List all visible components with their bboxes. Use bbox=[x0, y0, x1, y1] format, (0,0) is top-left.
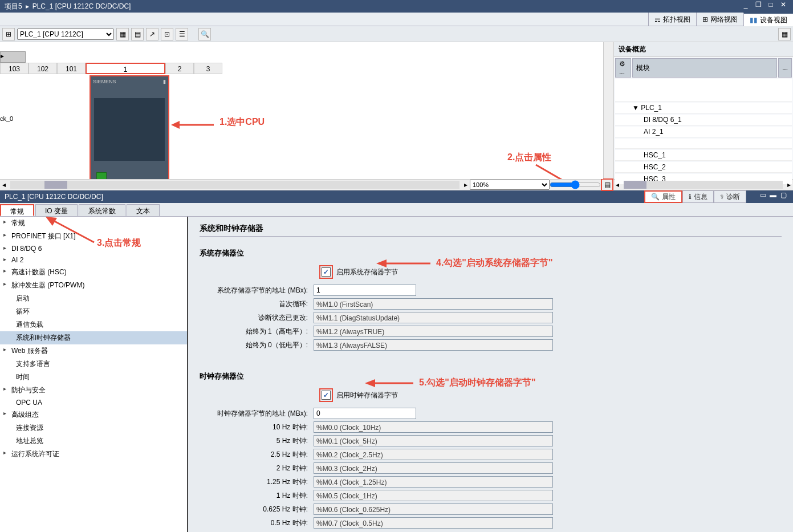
chevron-right-icon: ▸ bbox=[26, 0, 29, 13]
slot-101[interactable]: 101 bbox=[57, 63, 86, 74]
hz05-label: 0.5 Hz 时钟: bbox=[200, 518, 314, 528]
nav-comm[interactable]: 通信负载 bbox=[0, 318, 187, 331]
nav-connres[interactable]: 连接资源 bbox=[0, 421, 187, 434]
scroll-right-icon[interactable]: ▸ bbox=[462, 181, 470, 189]
rack-label: ck_0 bbox=[0, 115, 13, 122]
clk-enable-checkbox[interactable] bbox=[322, 391, 331, 400]
title-bar: 项目5 ▸ PLC_1 [CPU 1212C DC/DC/DC] _ ❐ □ ✕ bbox=[0, 0, 793, 13]
hz1-value: %M0.5 (Clock_1Hz) bbox=[314, 490, 553, 501]
svg-line-2 bbox=[536, 165, 590, 179]
topology-icon: ⚎ bbox=[654, 13, 661, 26]
overview-row-hsc1[interactable]: HSC_1 bbox=[615, 150, 792, 161]
properties-subtabs: 常规 IO 变量 系统常数 文本 bbox=[0, 203, 793, 217]
hz25-value: %M0.2 (Clock_2.5Hz) bbox=[314, 449, 553, 460]
toolbar-btn-1[interactable]: ▦ bbox=[116, 28, 129, 40]
close-button[interactable]: ✕ bbox=[778, 0, 788, 9]
overview-scroll-left-icon[interactable]: ◂ bbox=[613, 181, 621, 189]
toolbar-btn-5[interactable]: ☰ bbox=[176, 28, 188, 40]
device-select[interactable]: PLC_1 [CPU 1212C] bbox=[17, 29, 114, 40]
minimize-button[interactable]: _ bbox=[741, 0, 751, 9]
nav-ai2[interactable]: AI 2 bbox=[0, 254, 187, 266]
tab-device[interactable]: ▮▮ 设备视图 bbox=[743, 13, 793, 26]
slot-nav-arrow[interactable]: ▸ bbox=[0, 51, 26, 63]
sys-addr-label: 系统存储器字节的地址 (MBx): bbox=[200, 286, 314, 295]
tab-topology[interactable]: ⚎ 拓扑视图 bbox=[648, 13, 696, 26]
inspector-maximize-icon[interactable]: ▢ bbox=[778, 190, 788, 200]
overview-row-plc[interactable]: ▼ PLC_1 bbox=[615, 103, 792, 113]
overview-row-di[interactable]: DI 8/DQ 6_1 bbox=[615, 115, 792, 125]
canvas-footer: ◂ ▸ 100% ▤ ◂ ▸ bbox=[0, 179, 793, 190]
zoom-select[interactable]: 100% bbox=[470, 180, 550, 190]
overview-scrollbar[interactable] bbox=[624, 181, 783, 189]
vertical-scrollbar[interactable] bbox=[603, 42, 613, 179]
nav-cycle[interactable]: 循环 bbox=[0, 305, 187, 318]
overview-row-hsc2[interactable]: HSC_2 bbox=[615, 162, 792, 173]
nav-addrov[interactable]: 地址总览 bbox=[0, 434, 187, 448]
inspector-tab-diagnostics[interactable]: ⚕ 诊断 bbox=[714, 190, 746, 203]
subtab-const[interactable]: 系统常数 bbox=[79, 204, 125, 216]
hz125-value: %M0.4 (Clock_1.25Hz) bbox=[314, 476, 553, 488]
nav-startup[interactable]: 启动 bbox=[0, 292, 187, 305]
slot-1[interactable]: 1 bbox=[86, 63, 165, 74]
nav-hsc[interactable]: 高速计数器 (HSC) bbox=[0, 266, 187, 279]
nav-advanced[interactable]: 高级组态 bbox=[0, 408, 187, 421]
slot-103[interactable]: 103 bbox=[0, 63, 29, 74]
subtab-io[interactable]: IO 变量 bbox=[35, 204, 78, 216]
tab-network-label: 网络视图 bbox=[710, 13, 738, 26]
annotation-4: 4.勾选"启动系统存储器字节" bbox=[436, 257, 553, 269]
sys-addr-input[interactable] bbox=[314, 285, 416, 296]
overview-row-ai[interactable]: AI 2_1 bbox=[615, 127, 792, 137]
clk-addr-input[interactable] bbox=[314, 408, 416, 419]
subtab-general[interactable]: 常规 bbox=[0, 204, 34, 216]
first-scan-value: %M1.0 (FirstScan) bbox=[314, 298, 553, 310]
arrow-icon bbox=[365, 375, 416, 392]
toolbar-btn-2[interactable]: ▤ bbox=[131, 28, 144, 40]
inspector-tab-info[interactable]: ℹ 信息 bbox=[682, 190, 714, 203]
nav-multilang[interactable]: 支持多语言 bbox=[0, 358, 187, 371]
inspector-tab-properties[interactable]: 🔍 属性 bbox=[644, 190, 682, 203]
overview-title: 设备概览 bbox=[614, 42, 793, 57]
overview-col-module[interactable]: 模块 bbox=[632, 58, 777, 78]
zoom-icon[interactable]: 🔍 bbox=[198, 28, 211, 40]
horizontal-scrollbar[interactable] bbox=[10, 181, 459, 189]
device-tree-icon[interactable]: ⊞ bbox=[2, 28, 15, 40]
toolbar-right-icon[interactable]: ▦ bbox=[778, 28, 791, 40]
inspector-layout-icon[interactable]: ▭ bbox=[758, 190, 768, 200]
toolbar-btn-3[interactable]: ↗ bbox=[146, 28, 158, 40]
nav-pto[interactable]: 脉冲发生器 (PTO/PWM) bbox=[0, 279, 187, 292]
always1-value: %M1.2 (AlwaysTRUE) bbox=[314, 326, 553, 337]
nav-sysclock[interactable]: 系统和时钟存储器 bbox=[0, 331, 187, 344]
toolbar-btn-4[interactable]: ⊡ bbox=[161, 28, 173, 40]
arrow-icon bbox=[46, 217, 97, 245]
properties-toggle-icon[interactable]: ▤ bbox=[601, 178, 613, 191]
subtab-text[interactable]: 文本 bbox=[127, 204, 160, 216]
nav-web[interactable]: Web 服务器 bbox=[0, 344, 187, 358]
scroll-left-icon[interactable]: ◂ bbox=[0, 181, 8, 189]
overview-scroll-right-icon[interactable]: ▸ bbox=[785, 181, 793, 189]
annotation-5: 5.勾选"启动时钟存储器字节" bbox=[419, 377, 536, 389]
hz05-value: %M0.7 (Clock_0.5Hz) bbox=[314, 517, 553, 529]
slot-3[interactable]: 3 bbox=[194, 63, 222, 74]
nav-runtime[interactable]: 运行系统许可证 bbox=[0, 448, 187, 461]
overview-col-icon[interactable]: ⚙ ... bbox=[615, 58, 631, 78]
zoom-slider[interactable] bbox=[550, 180, 601, 189]
nav-opcua[interactable]: OPC UA bbox=[0, 397, 187, 408]
slot-2[interactable]: 2 bbox=[165, 63, 194, 74]
nav-security[interactable]: 防护与安全 bbox=[0, 384, 187, 397]
tab-network[interactable]: ⊞ 网络视图 bbox=[696, 13, 743, 26]
overview-col-more[interactable]: ... bbox=[778, 58, 792, 78]
device-canvas[interactable]: ▸ 103 102 101 1 2 3 ck_0 SIEMENS▮ 1.选中CP… bbox=[0, 42, 603, 179]
inspector-minimize-icon[interactable]: ▬ bbox=[768, 190, 778, 200]
info-icon: ℹ bbox=[689, 190, 692, 203]
arrow-icon bbox=[530, 162, 599, 179]
sys-enable-checkbox[interactable] bbox=[322, 267, 331, 277]
view-tabs: ⚎ 拓扑视图 ⊞ 网络视图 ▮▮ 设备视图 bbox=[0, 13, 793, 26]
slot-102[interactable]: 102 bbox=[29, 63, 57, 74]
arrow-icon bbox=[376, 255, 433, 272]
breadcrumb-device: PLC_1 [CPU 1212C DC/DC/DC] bbox=[32, 0, 131, 13]
plc-module[interactable]: SIEMENS▮ bbox=[90, 75, 169, 179]
restore-button[interactable]: ❐ bbox=[753, 0, 763, 9]
nav-time[interactable]: 时间 bbox=[0, 371, 187, 384]
hz10-label: 10 Hz 时钟: bbox=[200, 423, 314, 432]
maximize-button[interactable]: □ bbox=[766, 0, 776, 9]
